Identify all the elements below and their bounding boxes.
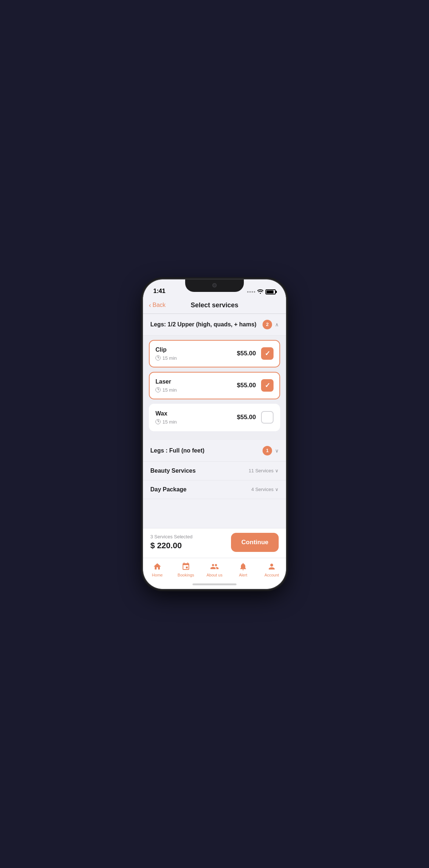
home-indicator-bar bbox=[192, 583, 236, 585]
checkbox-wax[interactable] bbox=[261, 411, 274, 424]
section-beauty-count: 11 Services ∨ bbox=[249, 468, 279, 473]
status-time: 1:41 bbox=[153, 287, 165, 295]
tab-about-us-label: About us bbox=[206, 573, 222, 577]
status-icons bbox=[247, 289, 276, 295]
service-duration-laser: 15 min bbox=[155, 387, 237, 393]
content-area: Legs: 1/2 Upper (high, quads, + hams) 2 … bbox=[143, 314, 286, 528]
service-right-clip: $55.00 ✓ bbox=[237, 347, 274, 360]
notch-camera bbox=[212, 283, 217, 287]
wifi-icon bbox=[257, 289, 263, 295]
account-icon bbox=[267, 562, 276, 571]
service-name-clip: Clip bbox=[155, 347, 237, 353]
page-title: Select services bbox=[191, 301, 238, 309]
service-duration-text-wax: 15 min bbox=[162, 419, 177, 425]
beauty-services-count-text: 11 Services bbox=[249, 468, 274, 473]
alert-icon bbox=[238, 562, 248, 571]
clock-icon-laser bbox=[155, 387, 161, 392]
tab-home-label: Home bbox=[152, 573, 162, 577]
service-price-laser: $55.00 bbox=[237, 382, 256, 389]
service-duration-wax: 15 min bbox=[155, 419, 237, 425]
tab-account[interactable]: Account bbox=[257, 562, 286, 577]
tab-alert[interactable]: Alert bbox=[229, 562, 257, 577]
checkmark-clip: ✓ bbox=[265, 349, 270, 358]
section-day-package-count: 4 Services ∨ bbox=[251, 487, 279, 492]
tab-bookings-label: Bookings bbox=[177, 573, 194, 577]
checkbox-laser[interactable]: ✓ bbox=[261, 379, 274, 392]
service-info-laser: Laser 15 min bbox=[155, 378, 237, 393]
day-package-chevron: ∨ bbox=[275, 487, 279, 492]
bottom-bar: 3 Services Selected $ 220.00 Continue bbox=[143, 528, 286, 558]
tab-bar: Home Bookings About us bbox=[143, 558, 286, 580]
section-beauty-services[interactable]: Beauty Services 11 Services ∨ bbox=[143, 462, 286, 480]
back-chevron-icon: ‹ bbox=[149, 301, 151, 309]
clock-icon-wax bbox=[155, 419, 161, 424]
signal-dot-1 bbox=[247, 291, 249, 293]
section-legs-full-title: Legs : Full (no feet) bbox=[150, 447, 263, 454]
tab-account-label: Account bbox=[264, 573, 279, 577]
phone-screen: 1:41 bbox=[143, 279, 286, 589]
service-duration-clip: 15 min bbox=[155, 355, 237, 361]
section-legs-full-badge: 1 bbox=[263, 446, 272, 455]
page-header: ‹ Back Select services bbox=[143, 298, 286, 314]
section-legs-full-chevron: ∨ bbox=[275, 448, 279, 454]
service-right-wax: $55.00 bbox=[237, 411, 274, 424]
services-selected-text: 3 Services Selected bbox=[150, 534, 231, 539]
service-card-laser[interactable]: Laser 15 min $55.00 ✓ bbox=[149, 372, 280, 399]
signal-dot-2 bbox=[249, 291, 251, 293]
back-label: Back bbox=[153, 302, 166, 308]
home-indicator bbox=[143, 580, 286, 589]
service-price-clip: $55.00 bbox=[237, 350, 256, 357]
services-list-legs-upper: Clip 15 min $55.00 ✓ bbox=[143, 336, 286, 440]
service-name-wax: Wax bbox=[155, 410, 237, 417]
total-info: 3 Services Selected $ 220.00 bbox=[150, 534, 231, 550]
section-legs-full[interactable]: Legs : Full (no feet) 1 ∨ bbox=[143, 440, 286, 462]
beauty-services-chevron: ∨ bbox=[275, 468, 279, 473]
clock-icon-clip bbox=[155, 355, 161, 360]
back-button[interactable]: ‹ Back bbox=[149, 301, 166, 309]
aboutus-icon bbox=[210, 562, 219, 571]
section-legs-upper-title: Legs: 1/2 Upper (high, quads, + hams) bbox=[150, 321, 263, 328]
service-name-laser: Laser bbox=[155, 378, 237, 385]
service-right-laser: $55.00 ✓ bbox=[237, 379, 274, 392]
section-legs-upper-badge: 2 bbox=[263, 320, 272, 329]
service-duration-text-clip: 15 min bbox=[162, 355, 177, 361]
section-day-package[interactable]: Day Package 4 Services ∨ bbox=[143, 480, 286, 499]
checkbox-clip[interactable]: ✓ bbox=[261, 347, 274, 360]
service-duration-text-laser: 15 min bbox=[162, 387, 177, 393]
battery-fill bbox=[267, 290, 274, 293]
signal-dot-4 bbox=[254, 291, 255, 293]
signal-dot-3 bbox=[252, 291, 253, 293]
total-price: $ 220.00 bbox=[150, 541, 231, 550]
phone-frame: 1:41 bbox=[143, 279, 286, 589]
day-package-count-text: 4 Services bbox=[251, 487, 274, 492]
service-info-clip: Clip 15 min bbox=[155, 347, 237, 361]
signal-dots bbox=[247, 291, 255, 293]
service-price-wax: $55.00 bbox=[237, 414, 256, 421]
tab-home[interactable]: Home bbox=[143, 562, 172, 577]
service-info-wax: Wax 15 min bbox=[155, 410, 237, 425]
notch bbox=[185, 279, 244, 292]
tab-bookings[interactable]: Bookings bbox=[172, 562, 200, 577]
section-day-package-title: Day Package bbox=[150, 486, 251, 493]
service-card-clip[interactable]: Clip 15 min $55.00 ✓ bbox=[149, 340, 280, 367]
section-legs-upper[interactable]: Legs: 1/2 Upper (high, quads, + hams) 2 … bbox=[143, 314, 286, 336]
bookings-icon bbox=[181, 562, 191, 571]
tab-alert-label: Alert bbox=[239, 573, 247, 577]
tab-about-us[interactable]: About us bbox=[200, 562, 229, 577]
section-legs-upper-chevron: ∧ bbox=[275, 322, 279, 327]
service-card-wax[interactable]: Wax 15 min $55.00 bbox=[149, 404, 280, 431]
home-icon bbox=[153, 562, 162, 571]
checkmark-laser: ✓ bbox=[265, 381, 270, 389]
continue-button[interactable]: Continue bbox=[231, 533, 279, 552]
battery-icon bbox=[265, 289, 276, 294]
section-beauty-title: Beauty Services bbox=[150, 468, 249, 474]
